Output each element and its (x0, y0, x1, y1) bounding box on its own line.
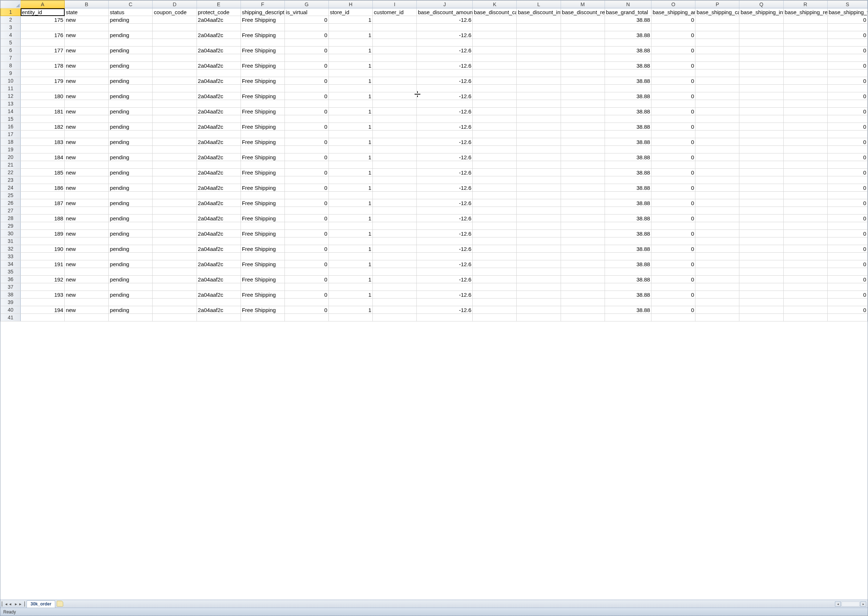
cell[interactable] (21, 85, 65, 93)
cell[interactable]: entity_id (21, 8, 65, 16)
cell[interactable] (605, 268, 651, 276)
cell[interactable] (605, 24, 651, 31)
cell[interactable]: -12.6 (417, 169, 473, 176)
cell[interactable] (373, 237, 417, 245)
cell[interactable]: 38.88 (605, 93, 651, 100)
cell[interactable] (561, 268, 605, 276)
cell[interactable]: 190 (21, 245, 65, 253)
column-header[interactable]: B (65, 1, 109, 8)
cell[interactable]: 1 (329, 306, 373, 314)
cell[interactable] (473, 184, 517, 192)
cell[interactable] (417, 237, 473, 245)
cell[interactable] (517, 24, 561, 31)
cell[interactable]: pending (109, 138, 153, 146)
cell[interactable] (783, 306, 827, 314)
cell[interactable] (109, 115, 153, 123)
cell[interactable] (561, 85, 605, 93)
cell[interactable] (21, 161, 65, 169)
cell[interactable] (696, 108, 740, 115)
cell[interactable] (473, 154, 517, 161)
cell[interactable] (153, 47, 197, 54)
cell[interactable]: 2a04aaf2c (197, 108, 241, 115)
cell[interactable] (21, 115, 65, 123)
cell[interactable]: 177 (21, 47, 65, 54)
cell[interactable] (153, 222, 197, 230)
cell[interactable]: pending (109, 215, 153, 222)
cell[interactable] (561, 146, 605, 154)
cell[interactable] (827, 314, 867, 321)
cell[interactable] (517, 237, 561, 245)
cell[interactable] (740, 253, 783, 260)
cell[interactable] (65, 100, 109, 108)
cell[interactable] (740, 130, 783, 138)
cell[interactable] (241, 192, 285, 199)
cell[interactable]: 0 (827, 108, 867, 115)
cell[interactable] (417, 161, 473, 169)
cell[interactable] (153, 215, 197, 222)
cell[interactable] (517, 276, 561, 283)
column-header[interactable]: M (561, 1, 605, 8)
cell[interactable]: 0 (652, 108, 696, 115)
cell[interactable]: 2a04aaf2c (197, 31, 241, 39)
cell[interactable] (473, 192, 517, 199)
cell[interactable] (696, 230, 740, 237)
cell[interactable] (373, 207, 417, 215)
cell[interactable] (517, 100, 561, 108)
cell[interactable] (373, 283, 417, 291)
cell[interactable] (740, 16, 783, 24)
cell[interactable] (241, 207, 285, 215)
cell[interactable]: -12.6 (417, 77, 473, 85)
cell[interactable] (517, 69, 561, 77)
cell[interactable] (783, 245, 827, 253)
cell[interactable]: base_grand_total (605, 8, 651, 16)
cell[interactable] (517, 85, 561, 93)
cell[interactable] (329, 283, 373, 291)
cell[interactable] (373, 199, 417, 207)
cell[interactable] (561, 62, 605, 69)
cell[interactable] (652, 176, 696, 184)
cell[interactable] (827, 115, 867, 123)
cell[interactable] (153, 268, 197, 276)
cell[interactable] (740, 69, 783, 77)
cell[interactable] (696, 54, 740, 62)
cell[interactable] (561, 31, 605, 39)
column-header[interactable]: I (373, 1, 417, 8)
cell[interactable]: 38.88 (605, 276, 651, 283)
cell[interactable]: 182 (21, 123, 65, 130)
cell[interactable] (373, 306, 417, 314)
cell[interactable]: 38.88 (605, 230, 651, 237)
cell[interactable]: base_discount_amount (417, 8, 473, 16)
cell[interactable]: -12.6 (417, 31, 473, 39)
cell[interactable] (197, 146, 241, 154)
cell[interactable]: Free Shipping (241, 62, 285, 69)
row-header[interactable]: 18 (1, 138, 21, 146)
row-header[interactable]: 30 (1, 230, 21, 237)
cell[interactable] (827, 39, 867, 47)
cell[interactable]: 2a04aaf2c (197, 93, 241, 100)
cell[interactable]: -12.6 (417, 184, 473, 192)
cell[interactable] (285, 69, 329, 77)
cell[interactable] (517, 299, 561, 306)
cell[interactable] (473, 138, 517, 146)
cell[interactable] (109, 161, 153, 169)
cell[interactable] (740, 161, 783, 169)
cell[interactable] (153, 192, 197, 199)
select-all-corner[interactable] (1, 1, 21, 8)
cell[interactable]: store_id (329, 8, 373, 16)
cell[interactable] (827, 85, 867, 93)
cell[interactable] (241, 161, 285, 169)
cell[interactable] (652, 115, 696, 123)
cell[interactable] (153, 314, 197, 321)
cell[interactable]: pending (109, 169, 153, 176)
cell[interactable]: 1 (329, 47, 373, 54)
cell[interactable] (740, 39, 783, 47)
cell[interactable] (65, 69, 109, 77)
cell[interactable] (329, 222, 373, 230)
cell[interactable] (473, 161, 517, 169)
cell[interactable] (827, 69, 867, 77)
cell[interactable]: new (65, 108, 109, 115)
cell[interactable] (417, 100, 473, 108)
cell[interactable] (696, 283, 740, 291)
cell[interactable]: 0 (652, 123, 696, 130)
cell[interactable]: base_discount_canceled (473, 8, 517, 16)
